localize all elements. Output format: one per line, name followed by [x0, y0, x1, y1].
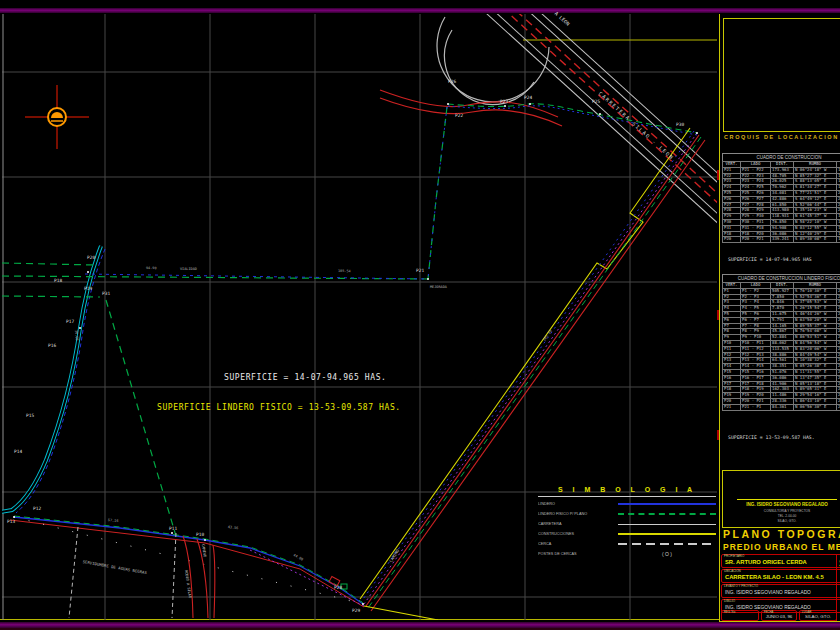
legend-item-label: CARRETERA [538, 522, 618, 526]
map-label: P18 [54, 279, 62, 284]
firm-line: TEL. 2-00-00 [723, 514, 840, 518]
legend-item-sample [618, 503, 716, 505]
table-cell: 1,971.208 [837, 179, 840, 185]
bottom-cell-value: JUNIO 03, 96 [762, 614, 796, 619]
frame-red-tick [717, 310, 719, 320]
titleblock-field: UBICACIONCARRETERA SILAO - LEON KM. 4.5 [721, 569, 840, 583]
table-cell: 1,848.206 [837, 214, 840, 220]
croquis-title: CROQUIS DE LOCALIZACION [724, 134, 840, 140]
legend-item: POSTES DE CERCAS( O ) [538, 549, 716, 559]
table2-superficie: SUPERFICIE = 13-53-09.587 HAS. [728, 435, 840, 440]
table-cell: P21 [723, 404, 741, 410]
table-cell: 256,444 [837, 375, 840, 381]
field-value: ING. ISIDRO SEGOVIANO REGALADO [725, 589, 840, 596]
titleblock-bottom-cell: FECHAJUNIO 03, 96 [761, 610, 797, 621]
map-label: P24 [524, 96, 532, 101]
road-edge-curves [380, 90, 562, 126]
highway-lines [482, 0, 751, 231]
map-label: P16 [48, 344, 56, 349]
map-label: 36.08 [74, 330, 78, 341]
legend-item-label: CONSTRUCCIONES [538, 532, 618, 536]
table-cell: S 89°30'08" E [794, 237, 837, 243]
bottom-cell-label: LUGAR [802, 611, 812, 614]
croquis-box [723, 18, 840, 132]
map-label: P20 [87, 256, 95, 261]
table: VERT.LADODIST.RUMBOCOORD.P21P21 - P22173… [722, 161, 840, 243]
legend: S I M B O L O G I A LINDEROLINDERO FISIC… [538, 486, 716, 559]
table-cell: 2,066.730 [837, 190, 840, 196]
table-cell: 256,783 [837, 311, 840, 317]
map-label: P22 [455, 114, 463, 119]
legend-item-label: LINDERO FISICO P/ PLANO [538, 512, 618, 516]
map-label: P19 [84, 287, 92, 292]
signature-rule [737, 499, 837, 500]
legend-item-sample [618, 533, 716, 535]
bottom-cell-label: FECHA [764, 611, 773, 614]
map-label: P26 [448, 80, 456, 85]
table-cell: 256,668 [837, 335, 840, 341]
plan-title: PLANO TOPOGRAFICO [723, 528, 840, 540]
map-label: P12 [33, 507, 41, 512]
map-label: P13 [7, 520, 15, 525]
table-cell: 256,789 [837, 306, 840, 312]
field-label: UBICACION [724, 570, 741, 574]
table-cell: 84.361 [771, 404, 794, 410]
map-label: P23 [500, 100, 508, 105]
table-cell: N 06°56'30" E [794, 404, 837, 410]
field-value: SR. ARTURO ORIGEL CERDA [725, 559, 840, 566]
table-cell: 1,923.554 [837, 173, 840, 179]
legend-title: S I M B O L O G I A [538, 486, 716, 497]
legend-item: LINDERO FISICO P/ PLANO [538, 509, 716, 519]
table-cell: 256,426 [837, 364, 840, 370]
table-cell: 256,436 [837, 369, 840, 375]
control-point-icon [25, 85, 89, 149]
firm-line: SILAO, GTO. [723, 519, 840, 523]
table-cell: P20 - P21 [741, 237, 771, 243]
map-label: CAMINO [200, 544, 205, 557]
table-cell: 256,448 [837, 381, 840, 387]
yellow-spur [364, 606, 438, 620]
bottom-cell-value: SILAO, GTO. [800, 614, 836, 619]
table-cell: 256,764 [837, 323, 840, 329]
table-cell: P20 [723, 237, 741, 243]
table-cell: 256,419 [837, 358, 840, 364]
legend-item-sample: ( O ) [618, 551, 716, 557]
map-label: P15 [26, 414, 34, 419]
table-cell: 256,718 [837, 288, 840, 294]
roundabout-arcs [437, 17, 549, 105]
legend-item-sample [618, 543, 716, 545]
titleblock-fields: PROPIETARIOSR. ARTURO ORIGEL CERDAUBICAC… [721, 554, 840, 614]
map-label: P21 [416, 269, 424, 274]
legend-item-label: LINDERO [538, 502, 618, 506]
superficie-text: SUPERFICIE = 14-07-94.965 HAS. [224, 373, 387, 382]
map-label: P17 [66, 320, 74, 325]
table-cell: 339.241 [771, 237, 794, 243]
map-label: P25 [592, 100, 600, 105]
table-cell: 256,778 [837, 317, 840, 323]
field-label: DIBUJO [724, 600, 735, 604]
table-cell: 256,782 [837, 294, 840, 300]
highway-frontage-green [448, 104, 697, 133]
table-cell: 256,580 [837, 340, 840, 346]
field-label: PROPIETARIO [724, 555, 744, 559]
table-cell: P21 - P1 [741, 404, 771, 410]
superficie-lindero-text: SUPERFICIE LINDERO FISICO = 13-53-09.587… [157, 403, 401, 412]
table-row: P20P20 - P21339.241S 89°30'08" E1,662.87… [723, 237, 840, 243]
table-cell: 1,743.815 [837, 219, 840, 225]
frame-red-tick [717, 430, 719, 440]
map-label: P14 [14, 450, 22, 455]
map-label: P10 [196, 533, 204, 538]
construction-table: CUADRO DE CONSTRUCCIONVERT.LADODIST.RUMB… [722, 153, 840, 243]
plan-subtitle: PREDIO URBANO EL MEZQUIT [723, 542, 840, 552]
frame-red-tick [717, 170, 719, 180]
legend-item: CARRETERA [538, 519, 716, 529]
map-label: P11 [169, 527, 177, 532]
map-label: P31 [102, 292, 110, 297]
legend-item: CERCA [538, 539, 716, 549]
titleblock-bottom-cell: REG. No. [721, 610, 759, 621]
map-label: P28 [334, 586, 342, 591]
table-cell: 256,790 [837, 300, 840, 306]
table-cell: 1,676.042 [837, 225, 840, 231]
map-label: 105.54 [338, 270, 351, 274]
field-value: CARRETERA SILAO - LEON KM. 4.5 [725, 574, 840, 581]
